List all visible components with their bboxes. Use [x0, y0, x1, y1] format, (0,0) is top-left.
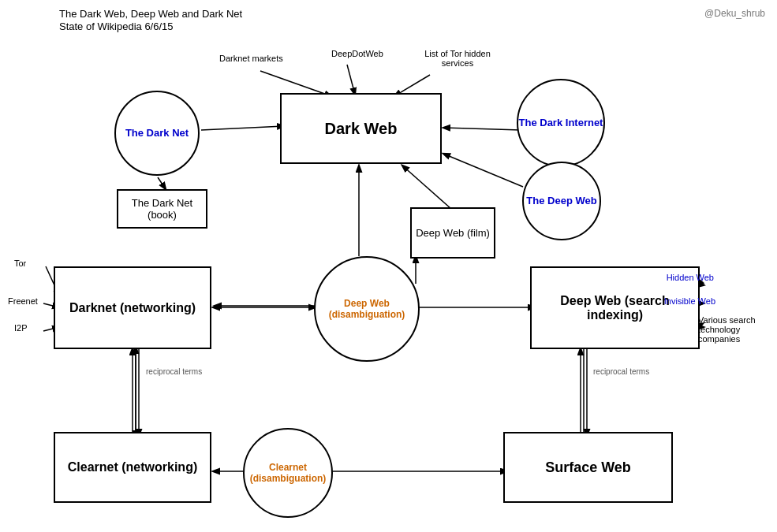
svg-line-4 — [158, 177, 166, 189]
dark-net-circle: The Dark Net — [114, 91, 200, 176]
deep-web-film-node: Deep Web (film) — [410, 207, 495, 259]
list-tor-label: List of Tor hidden services — [418, 49, 497, 68]
darknet-networking-node: Darknet (networking) — [54, 266, 211, 349]
reciprocal-left-label: reciprocal terms — [146, 367, 202, 376]
various-search-label: Various search technology companies — [698, 315, 769, 344]
deepdotweb-label: DeepDotWeb — [331, 49, 383, 58]
svg-line-6 — [443, 154, 523, 187]
attribution: @Deku_shrub — [704, 8, 765, 19]
svg-line-7 — [402, 166, 451, 209]
subtitle: State of Wikipedia 6/6/15 — [59, 20, 174, 32]
dark-internet-circle: The Dark Internet — [517, 79, 605, 167]
svg-line-1 — [347, 65, 355, 95]
svg-line-3 — [201, 126, 284, 130]
invisible-web-label: Invisible Web — [664, 296, 715, 306]
svg-line-5 — [443, 128, 521, 130]
clearnet-disambiguation-circle: Clearnet (disambiguation) — [243, 428, 333, 518]
freenet-label: Freenet — [8, 296, 38, 306]
darknet-markets-label: Darknet markets — [219, 54, 283, 63]
reciprocal-right-label: reciprocal terms — [593, 367, 649, 376]
hidden-web-label: Hidden Web — [667, 273, 714, 282]
deep-web-disambiguation-circle: Deep Web (disambiguation) — [314, 256, 420, 362]
tor-label: Tor — [14, 259, 26, 268]
clearnet-networking-node: Clearnet (networking) — [54, 432, 211, 503]
surface-web-node: Surface Web — [503, 432, 673, 503]
i2p-label: I2P — [14, 323, 28, 333]
diagram: The Dark Web, Deep Web and Dark Net Stat… — [0, 0, 777, 532]
title: The Dark Web, Deep Web and Dark Net — [59, 8, 242, 20]
dark-net-book-node: The Dark Net (book) — [117, 189, 207, 229]
dark-web-node: Dark Web — [280, 93, 442, 164]
deep-web-circle: The Deep Web — [522, 162, 601, 240]
